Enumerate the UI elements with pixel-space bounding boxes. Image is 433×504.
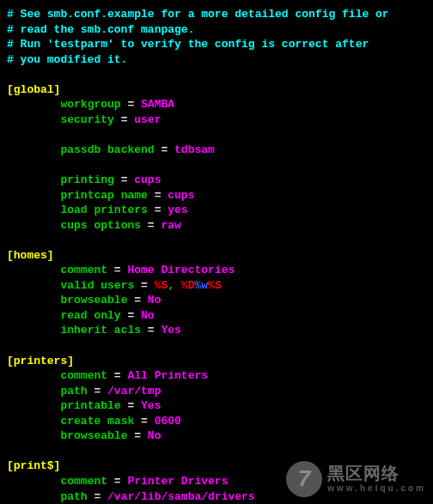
config-entry: create mask = 0600 (7, 414, 426, 429)
section-header: [global] (7, 82, 426, 98)
config-entry: path = /var/lib/samba/drivers (7, 489, 426, 505)
config-entry: valid users = %S, %D%w%S (7, 278, 426, 294)
blank-line (7, 444, 426, 459)
config-entry: browseable = No (7, 428, 426, 444)
blank-line (7, 157, 426, 173)
blank-line (7, 127, 426, 143)
config-entry: printcap name = cups (7, 188, 426, 203)
config-entry: printable = Yes (7, 398, 426, 414)
config-entry: comment = All Printers (7, 368, 426, 384)
config-entry: load printers = yes (7, 203, 426, 218)
comment-line: # read the smb.conf manpage. (7, 22, 426, 38)
config-entry: workgroup = SAMBA (7, 97, 426, 112)
config-file-view: # See smb.conf.example for a more detail… (7, 7, 426, 504)
comment-line: # See smb.conf.example for a more detail… (7, 7, 426, 22)
config-entry: comment = Printer Drivers (7, 474, 426, 489)
section-header: [print$] (7, 458, 426, 474)
config-entry: security = user (7, 112, 426, 128)
config-entry: passdb backend = tdbsam (7, 143, 426, 158)
config-entry: cups options = raw (7, 218, 426, 234)
section-header: [homes] (7, 248, 426, 264)
config-entry: printing = cups (7, 173, 426, 188)
blank-line (7, 233, 426, 248)
blank-line (7, 338, 426, 354)
config-entry: path = /var/tmp (7, 384, 426, 399)
config-entry: inherit acls = Yes (7, 323, 426, 338)
config-entry: comment = Home Directories (7, 263, 426, 278)
config-entry: read only = No (7, 308, 426, 324)
config-entry: browseable = No (7, 293, 426, 308)
blank-line (7, 67, 426, 82)
comment-line: # you modified it. (7, 52, 426, 68)
comment-line: # Run 'testparm' to verify the config is… (7, 37, 426, 52)
section-header: [printers] (7, 354, 426, 369)
